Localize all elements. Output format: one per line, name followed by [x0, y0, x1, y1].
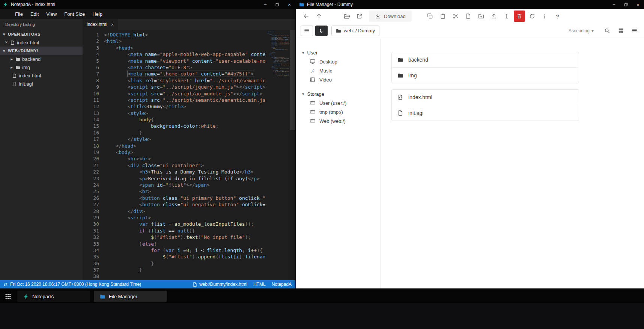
dark-mode-button[interactable] [315, 26, 328, 36]
code-line[interactable]: 14 body{ [83, 116, 265, 123]
code-line[interactable]: 8 <link rel="stylesheet" href="../script… [83, 77, 265, 84]
new-file-button[interactable] [463, 11, 474, 22]
code-line[interactable]: 37 } [83, 267, 265, 273]
menu-toggle-button[interactable] [301, 26, 313, 36]
status-file[interactable]: web:/Dummy/index.html [193, 282, 247, 287]
delete-button[interactable] [514, 11, 525, 22]
back-button[interactable] [301, 11, 312, 22]
workspace-section[interactable]: ▾ WEB:/DUMMY/ [0, 47, 83, 55]
code-line[interactable]: 20 <br><br> [83, 155, 265, 162]
restore-button[interactable] [271, 0, 283, 9]
list-item-index-html[interactable]: index.html [392, 90, 579, 105]
open-editors-section[interactable]: ▾ OPEN EDITORS [0, 30, 83, 38]
tree-item-img[interactable]: ▸ img [0, 63, 83, 71]
close-button[interactable]: × [632, 0, 644, 9]
editor-scrollbar[interactable] [289, 30, 295, 280]
code-line[interactable]: 32 $("#flist").text("No input file"); [83, 234, 265, 240]
sort-dropdown[interactable]: Ascending ▾ [569, 28, 594, 33]
code-line[interactable]: 35 $("#flist").append(flist[i].filename … [83, 254, 265, 260]
minimize-button[interactable]: − [259, 0, 271, 9]
menu-edit[interactable]: Edit [27, 9, 42, 19]
code-line[interactable]: 23 <p>Received drag-in filelist (if any)… [83, 175, 265, 182]
restore-button[interactable] [620, 0, 632, 9]
tree-item-index-html[interactable]: index.html [0, 71, 83, 80]
code-line[interactable]: 12 <title>Dummy</title> [83, 103, 265, 110]
sidebar-item-tmp-drive[interactable]: tmp (tmp:/) [302, 107, 381, 116]
list-item-backend[interactable]: backend [392, 52, 579, 68]
code-line[interactable]: 28 </div> [83, 208, 265, 214]
code-line[interactable]: 4 <meta name="apple-mobile-web-app-capab… [83, 51, 265, 57]
close-button[interactable]: × [283, 0, 295, 9]
list-item-init-agi[interactable]: init.agi [392, 105, 579, 121]
code-line[interactable]: 6 <meta charset="UTF-8"> [83, 64, 265, 71]
code-editor[interactable]: 1<!DOCTYPE html>2<html>3 <head>4 <meta n… [83, 30, 295, 280]
code-line[interactable]: 34 for (var i =0; i < flist.length; i++)… [83, 247, 265, 254]
grid-view-button[interactable] [615, 26, 626, 36]
code-line[interactable]: 5 <meta name="viewport" content="user-sc… [83, 58, 265, 64]
code-line[interactable]: 1<!DOCTYPE html> [83, 32, 265, 38]
code-line[interactable]: 11 <script src="../script/semantic/seman… [83, 97, 265, 103]
tree-item-init-agi[interactable]: init.agi [0, 80, 83, 88]
code-line[interactable]: 19 <body> [83, 149, 265, 155]
code-line[interactable]: 16 } [83, 130, 265, 136]
rename-button[interactable] [501, 11, 512, 22]
code-line[interactable]: 36 } [83, 260, 265, 267]
open-in-new-window-button[interactable] [354, 11, 365, 22]
code-line[interactable]: 18 </head> [83, 143, 265, 149]
paste-button[interactable] [437, 11, 448, 22]
menu-file[interactable]: File [11, 9, 27, 19]
breadcrumb[interactable]: web: / Dummy [331, 26, 379, 36]
sidebar-item-desktop[interactable]: Desktop [302, 57, 381, 66]
sidebar-item-web-drive[interactable]: Web (web:/) [302, 116, 381, 125]
minimize-button[interactable]: − [608, 0, 620, 9]
sync-icon[interactable]: ⇄ [4, 282, 8, 287]
code-line[interactable]: 15 background-color:white; [83, 123, 265, 129]
taskbar-item-notepada[interactable]: NotepadA [17, 291, 90, 302]
info-button[interactable] [539, 11, 551, 22]
tab-close-icon[interactable]: × [111, 22, 114, 27]
up-button[interactable] [313, 11, 325, 22]
cut-button[interactable] [450, 11, 461, 22]
scrollbar-thumb[interactable] [290, 30, 295, 130]
code-line[interactable]: 13 <style> [83, 110, 265, 116]
download-button[interactable]: Download [369, 11, 412, 22]
sidebar-section-user[interactable]: ▾ User [302, 48, 381, 57]
minimap[interactable]: <!DOCTYPE html><html> <head> <meta name=… [267, 32, 289, 80]
code-line[interactable]: 7 <meta name="theme-color" content="#4b7… [83, 71, 265, 77]
code-line[interactable]: 21 <div class="ui container"> [83, 162, 265, 169]
code-line[interactable]: 17 </style> [83, 136, 265, 142]
status-language[interactable]: HTML [253, 282, 266, 287]
code-line[interactable]: 22 <h3>This is a Dummy Testing Module</h… [83, 169, 265, 175]
code-line[interactable]: 33 }else{ [83, 241, 265, 247]
code-line[interactable]: 24 <span id="flist"></span> [83, 182, 265, 188]
refresh-button[interactable] [527, 11, 538, 22]
list-view-button[interactable] [629, 26, 639, 36]
code-line[interactable]: 10 <script src="../script/ao_module.js">… [83, 91, 265, 97]
sidebar-item-video[interactable]: Video [302, 75, 381, 84]
code-line[interactable]: 29 <script> [83, 214, 265, 221]
app-launcher-button[interactable] [2, 291, 14, 302]
menu-font-size[interactable]: Font Size [60, 9, 89, 19]
code-line[interactable]: 31 if (flist == null){ [83, 228, 265, 234]
copy-button[interactable] [424, 11, 436, 22]
search-button[interactable] [602, 26, 612, 36]
code-line[interactable]: 3 <head> [83, 45, 265, 51]
help-button[interactable]: ? [552, 11, 563, 22]
tab-index-html[interactable]: index.html × [83, 19, 118, 30]
upload-button[interactable] [488, 11, 500, 22]
sidebar-item-user-drive[interactable]: User (user:/) [302, 98, 381, 107]
close-editor-icon[interactable]: × [5, 40, 8, 45]
code-line[interactable]: 25 <br> [83, 188, 265, 195]
new-folder-button[interactable] [475, 11, 487, 22]
code-line[interactable]: 2<html> [83, 38, 265, 44]
menu-help[interactable]: Help [89, 9, 106, 19]
code-line[interactable]: 26 <button class="ui primary button" onc… [83, 195, 265, 201]
taskbar-item-file-manager[interactable]: File Manager [94, 291, 167, 302]
tree-item-backend[interactable]: ▸ backend [0, 55, 83, 63]
code-line[interactable]: 9 <script src="../script/jquery.min.js">… [83, 84, 265, 90]
open-editor-item[interactable]: × index.html [0, 38, 83, 47]
open-folder-button[interactable] [341, 11, 352, 22]
code-line[interactable]: 30 var flist = ao_module_loadInputFiles(… [83, 221, 265, 227]
code-line[interactable]: 27 <button class="ui negative button" on… [83, 201, 265, 208]
sidebar-item-music[interactable]: ♫ Music [302, 66, 381, 75]
